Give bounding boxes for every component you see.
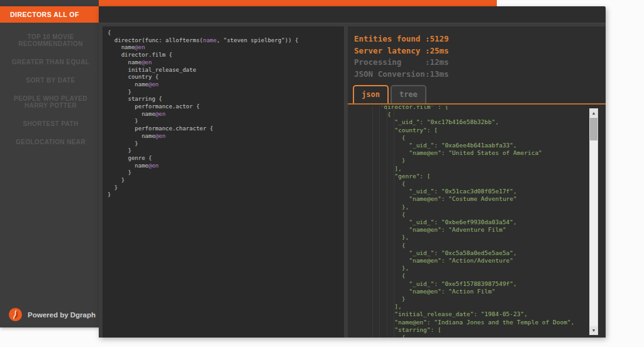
stat-server-latency: Server latency:25ms xyxy=(354,46,449,58)
stat-label: Entities found xyxy=(354,34,425,43)
json-output: "director.film" : [ { "_uid_": "0xc17b41… xyxy=(348,106,606,338)
indent-guide xyxy=(394,106,394,338)
tab-tree[interactable]: tree xyxy=(391,85,426,103)
sidebar-item-shortest-path[interactable]: SHORTEST PATH xyxy=(0,115,99,133)
sidebar-item-sort-by-date[interactable]: SORT BY DATE xyxy=(0,71,99,89)
query-stats: Entities found:5129Server latency:25msPr… xyxy=(354,34,449,81)
sidebar-item-list: DIRECTORS ALL OFTOP 10 MOVIE RECOMMENDAT… xyxy=(0,6,99,151)
code-line: director.film { xyxy=(108,52,344,59)
stat-value: :12ms xyxy=(425,57,449,67)
sidebar-item-geolocation-near[interactable]: GEOLOCATION NEAR xyxy=(0,133,99,151)
query-code: { director(func: allofterms(name, "steve… xyxy=(103,26,344,199)
code-line: } xyxy=(108,177,344,185)
stat-label: Server latency xyxy=(354,46,425,55)
sidebar-item-top-10-movie-recommendation[interactable]: TOP 10 MOVIE RECOMMENDATION xyxy=(0,28,99,53)
stat-value: :13ms xyxy=(425,69,449,79)
code-line: name@en xyxy=(108,59,344,67)
code-line: starring { xyxy=(108,96,344,103)
code-line: } xyxy=(108,147,344,155)
code-line: name@en xyxy=(108,111,344,118)
powered-by-label: Powered by Dgraph xyxy=(28,311,96,319)
code-line: name@en xyxy=(108,81,344,89)
topbar-accent-strip xyxy=(99,0,497,6)
sidebar-item-people-who-played-harry-potter[interactable]: PEOPLE WHO PLAYED HARRY POTTER xyxy=(0,89,99,115)
code-line: name@en xyxy=(108,44,344,52)
code-line: performance.character { xyxy=(108,125,344,133)
code-line: country { xyxy=(108,74,344,81)
stat-processing: Processing:12ms xyxy=(354,57,449,69)
results-panel: Entities found:5129Server latency:25msPr… xyxy=(348,26,606,338)
code-line: { xyxy=(108,30,344,37)
code-line: genre { xyxy=(108,155,344,162)
tab-json[interactable]: json xyxy=(353,85,389,103)
scrollbar-thumb[interactable] xyxy=(590,118,597,140)
stat-value: :5129 xyxy=(425,34,449,43)
indent-guide xyxy=(379,106,380,338)
sidebar-item-directors-all-of[interactable]: DIRECTORS ALL OF xyxy=(0,6,99,23)
query-editor[interactable]: { director(func: allofterms(name, "steve… xyxy=(103,26,344,338)
indent-guide xyxy=(387,106,387,338)
code-line: } xyxy=(108,191,344,199)
stat-label: JSON Conversion xyxy=(354,69,425,79)
code-line: initial_release_date xyxy=(108,67,344,74)
scroll-down-button[interactable]: ▼ xyxy=(590,326,597,334)
sidebar: DIRECTORS ALL OFTOP 10 MOVIE RECOMMENDAT… xyxy=(0,6,99,327)
stat-label: Processing xyxy=(354,57,425,67)
main-panel: { director(func: allofterms(name, "steve… xyxy=(99,6,606,338)
powered-by-dgraph-link[interactable]: Powered by Dgraph xyxy=(9,308,96,321)
code-line: } xyxy=(108,118,344,125)
results-tabs: jsontree xyxy=(353,85,428,103)
sidebar-item-greater-than-equal[interactable]: GREATER THAN EQUAL xyxy=(0,53,99,71)
scroll-up-button[interactable]: ▲ xyxy=(590,109,597,117)
code-line: } xyxy=(108,140,344,148)
code-line: } xyxy=(108,169,344,177)
json-scrollbar[interactable]: ▲ ▼ xyxy=(589,108,598,335)
stat-value: :25ms xyxy=(425,46,449,55)
page: DIRECTORS ALL OFTOP 10 MOVIE RECOMMENDAT… xyxy=(0,0,644,347)
code-line: performance.actor { xyxy=(108,103,344,111)
stat-json-conversion: JSON Conversion:13ms xyxy=(354,69,449,81)
code-line: director(func: allofterms(name, "steven … xyxy=(108,37,344,45)
panel-header xyxy=(99,6,606,23)
dgraph-flame-icon xyxy=(9,308,22,321)
stat-entities-found: Entities found:5129 xyxy=(354,34,449,46)
topbar-left-segment xyxy=(0,0,99,6)
code-line: } xyxy=(108,185,344,192)
code-line: name@en xyxy=(108,133,344,140)
tab-underline xyxy=(348,103,606,105)
code-line: } xyxy=(108,89,344,96)
indent-guide xyxy=(372,106,373,338)
code-line: name@en xyxy=(108,162,344,170)
